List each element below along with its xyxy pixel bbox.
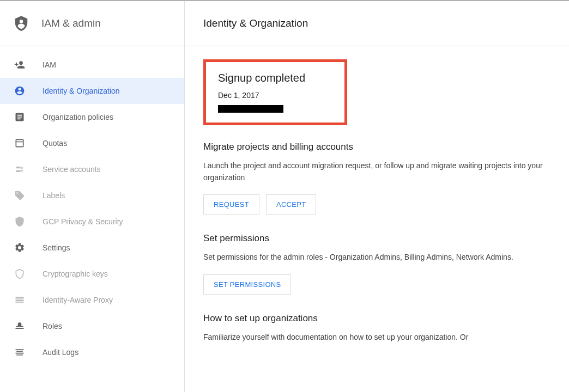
section-body: Launch the project and account migration… xyxy=(203,160,550,183)
sidebar-item-labels: Labels xyxy=(0,182,184,209)
section-migrate: Migrate projects and billing accounts La… xyxy=(203,142,550,215)
sidebar-item-label: Identity-Aware Proxy xyxy=(43,296,113,304)
sidebar-item-crypto-keys: Cryptographic keys xyxy=(0,261,184,287)
sidebar-item-label: Labels xyxy=(43,191,65,200)
section-howto: How to set up organizations Familiarize … xyxy=(203,313,550,344)
list-icon xyxy=(13,346,26,359)
sidebar-item-label: Cryptographic keys xyxy=(43,270,108,278)
service-account-icon xyxy=(13,163,26,176)
sidebar-item-iam[interactable]: IAM xyxy=(0,52,184,78)
signup-date: Dec 1, 2017 xyxy=(218,91,332,100)
section-permissions: Set permissions Set permissions for the … xyxy=(203,233,550,295)
sidebar-item-label: Roles xyxy=(43,322,62,330)
sidebar-item-iap: Identity-Aware Proxy xyxy=(0,287,184,313)
quota-icon xyxy=(13,137,26,150)
signup-completed-box: Signup completed Dec 1, 2017 xyxy=(203,59,347,125)
gear-icon xyxy=(13,241,26,254)
section-heading: Set permissions xyxy=(203,233,550,244)
sidebar-nav: IAM Identity & Organization Organization… xyxy=(0,46,184,365)
section-body: Familiarize yourself with documentation … xyxy=(203,332,550,344)
svg-point-0 xyxy=(20,20,23,23)
sidebar-item-service-accounts: Service accounts xyxy=(0,156,184,182)
sidebar-item-label: Service accounts xyxy=(43,165,101,174)
product-title: IAM & admin xyxy=(41,17,101,29)
page-title: Identity & Organization xyxy=(203,17,308,29)
sidebar-item-label: Settings xyxy=(43,243,70,252)
shield-icon xyxy=(13,215,26,228)
hat-icon xyxy=(13,320,26,333)
shield-outline-icon xyxy=(13,267,26,280)
sidebar-item-label: Organization policies xyxy=(43,113,113,121)
person-circle-icon xyxy=(13,84,26,97)
iam-shield-icon xyxy=(13,14,29,33)
sidebar-item-privacy-security: GCP Privacy & Security xyxy=(0,209,184,235)
sidebar-item-settings[interactable]: Settings xyxy=(0,235,184,261)
set-permissions-button[interactable]: SET PERMISSIONS xyxy=(203,274,291,295)
section-heading: How to set up organizations xyxy=(203,313,550,324)
section-heading: Migrate projects and billing accounts xyxy=(203,142,550,152)
iap-icon xyxy=(13,293,26,307)
sidebar-item-label: IAM xyxy=(43,60,56,69)
page-content: Signup completed Dec 1, 2017 Migrate pro… xyxy=(185,46,569,375)
request-button[interactable]: REQUEST xyxy=(203,194,259,215)
document-icon xyxy=(13,111,26,124)
sidebar-item-identity-organization[interactable]: Identity & Organization xyxy=(0,78,184,104)
sidebar-item-label: Audit Logs xyxy=(43,348,78,357)
accept-button[interactable]: ACCEPT xyxy=(266,194,317,215)
signup-heading: Signup completed xyxy=(218,72,332,84)
tag-icon xyxy=(13,189,26,202)
main-panel: Identity & Organization Signup completed… xyxy=(185,1,569,392)
sidebar-item-roles[interactable]: Roles xyxy=(0,313,184,339)
sidebar-item-label: GCP Privacy & Security xyxy=(43,217,123,226)
sidebar-item-org-policies[interactable]: Organization policies xyxy=(0,104,184,130)
sidebar-item-quotas[interactable]: Quotas xyxy=(0,130,184,156)
page-header: Identity & Organization xyxy=(185,1,569,46)
sidebar-item-audit-logs[interactable]: Audit Logs xyxy=(0,339,184,365)
sidebar-item-label: Identity & Organization xyxy=(43,87,120,95)
section-body: Set permissions for the admin roles - Or… xyxy=(203,252,550,264)
sidebar-header: IAM & admin xyxy=(0,1,184,46)
sidebar-item-label: Quotas xyxy=(43,139,67,148)
add-person-icon xyxy=(13,58,26,71)
sidebar: IAM & admin IAM Identity & Organization … xyxy=(0,1,185,392)
redacted-email xyxy=(218,105,283,113)
